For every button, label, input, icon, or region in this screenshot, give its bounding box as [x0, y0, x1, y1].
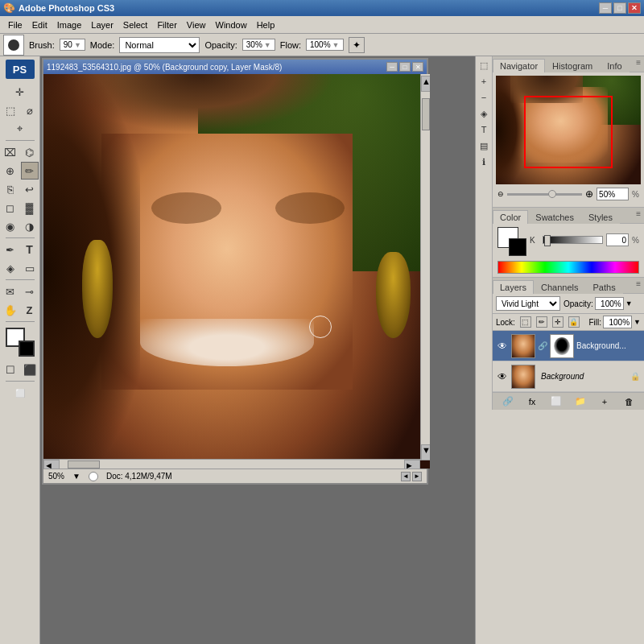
strip-btn-layers[interactable]: ▤: [477, 138, 491, 153]
scrollbar-thumb-h[interactable]: [68, 460, 100, 469]
tool-brush[interactable]: ✏: [21, 162, 39, 180]
menu-file[interactable]: File: [3, 19, 27, 31]
menu-help[interactable]: Help: [252, 19, 280, 31]
background-swatch[interactable]: [509, 238, 526, 256]
airbrush-button[interactable]: ✦: [349, 37, 365, 53]
tool-marquee[interactable]: ⬚: [2, 101, 19, 119]
minimize-button[interactable]: ─: [599, 2, 612, 14]
doc-maximize[interactable]: □: [399, 62, 411, 72]
new-layer-button[interactable]: +: [597, 395, 612, 408]
vertical-scrollbar[interactable]: ▲ ▼: [420, 74, 430, 460]
navigator-viewport-rect[interactable]: [524, 96, 613, 168]
scrollbar-up[interactable]: ▲: [421, 76, 430, 92]
blend-mode-select[interactable]: Vivid Light Normal Overlay Multiply Scre…: [496, 296, 560, 311]
add-link-button[interactable]: 🔗: [501, 395, 515, 408]
next-page[interactable]: ►: [412, 472, 422, 481]
opacity-arrow[interactable]: ▼: [625, 299, 633, 308]
canvas-area[interactable]: ▲ ▼ ◄ ►: [43, 74, 430, 469]
layer-item-background-copy[interactable]: 👁 🔗 Background...: [493, 331, 644, 361]
close-button[interactable]: ✕: [628, 2, 641, 14]
strip-btn-2[interactable]: +: [477, 74, 491, 89]
tool-dodge[interactable]: ◑: [21, 217, 39, 235]
lock-position[interactable]: ✛: [552, 316, 564, 328]
tool-notes[interactable]: ✉: [2, 283, 19, 300]
maximize-button[interactable]: □: [613, 2, 626, 14]
strip-btn-color[interactable]: ◈: [477, 106, 491, 121]
doc-close[interactable]: ✕: [412, 62, 423, 72]
tool-magic-wand[interactable]: ⌖: [11, 120, 29, 138]
flow-input[interactable]: 100% ▼: [306, 39, 344, 51]
add-fx-button[interactable]: fx: [525, 395, 539, 408]
strip-btn-3[interactable]: −: [477, 90, 491, 105]
tool-lasso[interactable]: ⌀: [21, 101, 39, 119]
tool-gradient[interactable]: ▓: [21, 199, 39, 217]
menu-window[interactable]: Window: [211, 19, 252, 31]
menu-image[interactable]: Image: [52, 19, 87, 31]
zoom-menu[interactable]: ▼: [72, 472, 80, 481]
color-spectrum-bar[interactable]: [497, 261, 639, 274]
color-selector[interactable]: [6, 328, 35, 357]
zoom-input[interactable]: [597, 188, 629, 200]
strip-btn-1[interactable]: ⬚: [477, 58, 491, 72]
doc-minimize[interactable]: ─: [386, 62, 398, 72]
menu-edit[interactable]: Edit: [27, 19, 52, 31]
tool-history[interactable]: ↩: [21, 180, 39, 198]
brush-size-input[interactable]: 90 ▼: [60, 39, 85, 51]
lock-pixels[interactable]: ✏: [536, 316, 547, 328]
menu-layer[interactable]: Layer: [86, 19, 118, 31]
zoom-slider[interactable]: [507, 193, 582, 196]
background-color[interactable]: [19, 341, 35, 357]
strip-btn-type[interactable]: T: [477, 122, 491, 137]
tab-color[interactable]: Color: [493, 210, 528, 224]
tool-eyedrop[interactable]: ⊸: [21, 283, 39, 300]
tool-move[interactable]: ✛: [11, 83, 29, 101]
menu-select[interactable]: Select: [118, 19, 153, 31]
quick-mask-on[interactable]: ⬛: [21, 361, 39, 378]
tab-paths[interactable]: Paths: [586, 280, 623, 294]
zoom-slider-thumb[interactable]: [548, 190, 556, 198]
fill-input[interactable]: [603, 316, 632, 328]
scrollbar-thumb-v[interactable]: [422, 98, 430, 130]
tool-crop[interactable]: ⌧: [2, 143, 19, 161]
k-slider-handle[interactable]: [544, 235, 551, 246]
tool-blur[interactable]: ◉: [2, 217, 19, 235]
layer-item-background[interactable]: 👁 Background 🔒: [493, 361, 644, 392]
menu-view[interactable]: View: [182, 19, 211, 31]
tab-histogram[interactable]: Histogram: [545, 59, 600, 72]
screen-mode[interactable]: ⬜: [6, 384, 35, 402]
scrollbar-down[interactable]: ▼: [421, 444, 430, 460]
tool-eraser[interactable]: ◻: [2, 199, 19, 217]
prev-page[interactable]: ◄: [401, 472, 411, 481]
horizontal-scrollbar[interactable]: ◄ ►: [43, 459, 420, 469]
delete-layer-button[interactable]: 🗑: [621, 395, 636, 408]
tool-shape[interactable]: ▭: [21, 259, 39, 277]
tool-pen[interactable]: ✒: [2, 241, 19, 258]
scrollbar-right[interactable]: ►: [404, 460, 420, 469]
tool-hand[interactable]: ✋: [2, 301, 19, 319]
fill-arrow[interactable]: ▼: [634, 318, 641, 326]
lock-transparent[interactable]: ⬚: [520, 316, 531, 328]
k-slider-track[interactable]: [543, 236, 603, 244]
tab-navigator[interactable]: Navigator: [493, 59, 545, 72]
tool-text[interactable]: T: [21, 241, 39, 258]
layer-visibility-2[interactable]: 👁: [496, 370, 509, 383]
add-mask-button[interactable]: ⬜: [549, 395, 564, 408]
tab-info[interactable]: Info: [600, 59, 629, 72]
layers-menu-btn[interactable]: ≡: [636, 279, 641, 288]
tool-path-select[interactable]: ◈: [2, 259, 19, 277]
color-menu-btn[interactable]: ≡: [636, 209, 641, 218]
quick-mask-off[interactable]: ☐: [2, 361, 19, 378]
strip-btn-info[interactable]: ℹ: [477, 155, 491, 169]
navigator-menu-btn[interactable]: ≡: [636, 58, 641, 67]
k-value-input[interactable]: [606, 233, 629, 246]
lock-all[interactable]: 🔒: [568, 316, 580, 328]
opacity-input[interactable]: [595, 297, 624, 310]
layer-visibility-1[interactable]: 👁: [496, 340, 509, 353]
new-group-button[interactable]: 📁: [573, 395, 588, 408]
opacity-input[interactable]: 30% ▼: [242, 39, 275, 51]
tab-swatches[interactable]: Swatches: [528, 210, 581, 224]
tool-slice[interactable]: ⌬: [21, 143, 39, 161]
tool-zoom[interactable]: Z: [21, 301, 39, 319]
tool-heal[interactable]: ⊕: [2, 162, 19, 180]
fg-bg-swatches[interactable]: [497, 227, 526, 256]
